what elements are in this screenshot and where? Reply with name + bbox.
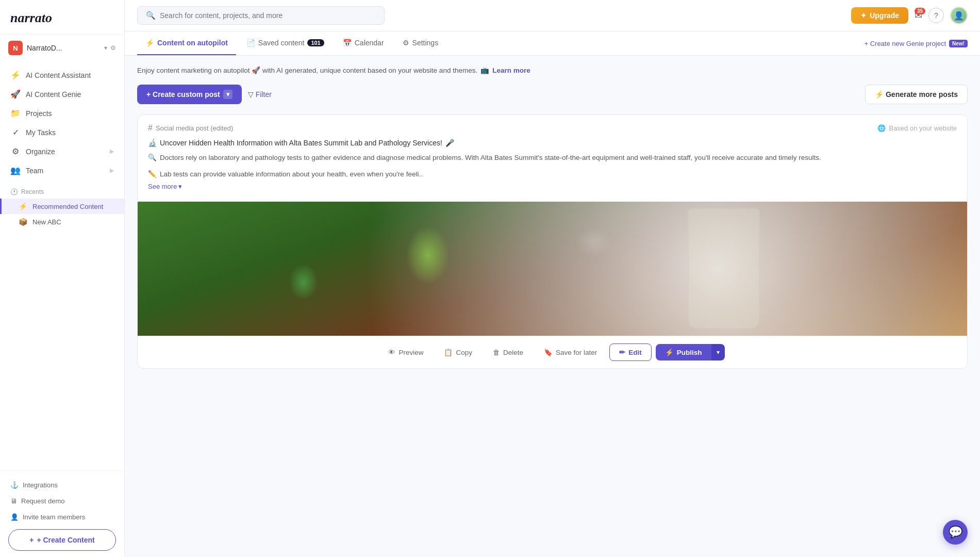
clock-icon: 🕐 xyxy=(10,188,18,195)
workspace-avatar: N xyxy=(8,41,23,55)
sidebar-item-label: AI Content Assistant xyxy=(26,71,91,79)
chevron-right-icon: ▶ xyxy=(110,167,114,174)
microphone-emoji: 🎤 xyxy=(445,139,454,147)
invite-team-link[interactable]: 👤 Invite team members xyxy=(8,509,116,525)
sidebar-bottom: ⚓ Integrations 🖥 Request demo 👤 Invite t… xyxy=(0,470,124,557)
eye-icon: 👁 xyxy=(388,349,395,356)
filter-icon: ▽ xyxy=(248,90,254,99)
chevron-down-icon: ▾ xyxy=(717,349,720,356)
settings-icon: ⚙ xyxy=(403,39,409,47)
gear-icon: ⚙ xyxy=(10,146,21,156)
workspace-controls: ▾ ⚙ xyxy=(104,44,116,52)
bookmark-icon: 🔖 xyxy=(544,348,553,356)
plus-icon: + xyxy=(29,536,34,544)
post-source: 🌐 Based on your website xyxy=(877,124,957,132)
star-icon: ✦ xyxy=(860,11,867,20)
lightning-icon: ⚡ xyxy=(10,70,21,80)
sidebar-item-label: Projects xyxy=(26,109,52,118)
filter-button[interactable]: ▽ Filter xyxy=(248,90,272,99)
help-button[interactable]: ? xyxy=(928,8,944,23)
cube-icon: 📦 xyxy=(19,218,27,226)
search-icon: 🔍 xyxy=(146,11,156,20)
file-icon: 📄 xyxy=(246,39,255,47)
tab-saved-content[interactable]: 📄 Saved content 101 xyxy=(238,31,333,55)
search-box[interactable]: 🔍 xyxy=(137,6,385,25)
chat-bubble-button[interactable]: 💬 xyxy=(943,520,968,545)
monitor-icon: 🖥 xyxy=(10,497,17,505)
see-more-button[interactable]: See more ▾ xyxy=(148,183,957,190)
post-card: # Social media post (edited) 🌐 Based on … xyxy=(137,114,968,369)
sidebar-item-my-tasks[interactable]: ✓ My Tasks xyxy=(0,123,124,142)
tab-calendar[interactable]: 📅 Calendar xyxy=(335,31,392,55)
copy-icon: 📋 xyxy=(444,348,453,356)
sidebar-item-label: AI Content Genie xyxy=(26,90,81,99)
logo-area: narrato xyxy=(0,0,124,35)
generate-more-posts-button[interactable]: ⚡ Generate more posts xyxy=(865,85,968,104)
dropdown-arrow-icon: ▾ xyxy=(223,90,232,99)
request-demo-link[interactable]: 🖥 Request demo xyxy=(8,493,116,509)
saved-content-badge: 101 xyxy=(307,39,324,46)
search-input[interactable] xyxy=(160,11,376,20)
tab-content-on-autopilot[interactable]: ⚡ Content on autopilot xyxy=(137,31,236,55)
microscope-emoji: 🔬 xyxy=(148,139,157,147)
tab-bar: ⚡ Content on autopilot 📄 Saved content 1… xyxy=(125,31,980,56)
create-custom-post-button[interactable]: + Create custom post ▾ xyxy=(137,85,242,104)
check-icon: ✓ xyxy=(10,127,21,137)
chevron-down-icon: ▾ xyxy=(178,183,182,190)
user-avatar[interactable]: 👤 xyxy=(950,7,968,24)
globe-icon: 🌐 xyxy=(877,124,886,132)
new-badge: New! xyxy=(949,40,968,47)
sidebar: narrato N NarratoD... ▾ ⚙ ⚡ AI Content A… xyxy=(0,0,125,557)
chevron-down-icon[interactable]: ▾ xyxy=(104,44,107,52)
workspace-selector[interactable]: N NarratoD... ▾ ⚙ xyxy=(0,35,124,61)
youtube-icon: 📺 xyxy=(480,66,489,74)
preview-button[interactable]: 👁 Preview xyxy=(380,345,431,361)
settings-icon[interactable]: ⚙ xyxy=(110,44,116,52)
sidebar-item-organize[interactable]: ⚙ Organize ▶ xyxy=(0,142,124,161)
create-content-button[interactable]: + + Create Content xyxy=(8,529,116,551)
topbar-right: ✦ Upgrade ✉ 35 ? 👤 xyxy=(851,7,968,24)
calendar-icon: 📅 xyxy=(343,39,352,47)
delete-button[interactable]: 🗑 Delete xyxy=(485,345,531,361)
post-card-header: # Social media post (edited) 🌐 Based on … xyxy=(138,115,967,137)
post-image-bg xyxy=(138,202,967,336)
recent-item-label: Recommended Content xyxy=(32,203,103,210)
upgrade-button[interactable]: ✦ Upgrade xyxy=(851,7,908,24)
post-body: 🔍 Doctors rely on laboratory and patholo… xyxy=(148,152,957,163)
main-area: 🔍 ✦ Upgrade ✉ 35 ? 👤 ⚡ Content on autopi… xyxy=(125,0,980,557)
publish-dropdown-button[interactable]: ▾ xyxy=(711,344,725,361)
tab-settings[interactable]: ⚙ Settings xyxy=(394,31,447,55)
lightning-icon: ⚡ xyxy=(665,348,674,356)
save-for-later-button[interactable]: 🔖 Save for later xyxy=(536,344,605,361)
sidebar-item-team[interactable]: 👥 Team ▶ xyxy=(0,161,124,180)
action-bar: + Create custom post ▾ ▽ Filter ⚡ Genera… xyxy=(137,85,968,104)
sidebar-item-recommended-content[interactable]: ⚡ Recommended Content xyxy=(0,199,124,214)
learn-more-link[interactable]: Learn more xyxy=(492,67,530,74)
post-type: # Social media post (edited) xyxy=(148,123,233,133)
sidebar-item-projects[interactable]: 📁 Projects xyxy=(0,104,124,123)
edit-button[interactable]: ✏ Edit xyxy=(609,343,652,361)
jar-image-overlay xyxy=(688,208,760,329)
sidebar-item-label: Organize xyxy=(26,148,55,156)
lightning-icon: ⚡ xyxy=(19,202,27,210)
content-area: Enjoy content marketing on autopilot 🚀 w… xyxy=(125,56,980,557)
sidebar-item-new-abc[interactable]: 📦 New ABC xyxy=(0,214,124,230)
post-content: 🔬 Uncover Hidden Health Information with… xyxy=(138,137,967,202)
pencil-emoji: ✏️ xyxy=(148,169,157,180)
sidebar-item-label: Team xyxy=(26,167,43,175)
post-excerpt: ✏️ Lab tests can provide valuable inform… xyxy=(148,169,957,180)
add-user-icon: 👤 xyxy=(10,513,19,521)
integrations-link[interactable]: ⚓ Integrations xyxy=(8,477,116,493)
anchor-icon: ⚓ xyxy=(10,481,19,489)
post-actions: 👁 Preview 📋 Copy 🗑 Delete 🔖 Save for lat… xyxy=(138,336,967,368)
sidebar-item-ai-content-genie[interactable]: 🚀 AI Content Genie xyxy=(0,85,124,104)
chat-icon: 💬 xyxy=(949,526,962,539)
sidebar-item-ai-content-assistant[interactable]: ⚡ AI Content Assistant xyxy=(0,65,124,85)
notifications-button[interactable]: ✉ 35 xyxy=(915,10,922,21)
post-image xyxy=(138,202,967,336)
publish-button[interactable]: ⚡ Publish xyxy=(656,344,711,361)
new-genie-project-link[interactable]: + Create new Genie project New! xyxy=(864,40,968,47)
copy-button[interactable]: 📋 Copy xyxy=(436,344,480,361)
rocket-icon: 🚀 xyxy=(10,89,21,99)
info-bar: Enjoy content marketing on autopilot 🚀 w… xyxy=(137,66,968,74)
